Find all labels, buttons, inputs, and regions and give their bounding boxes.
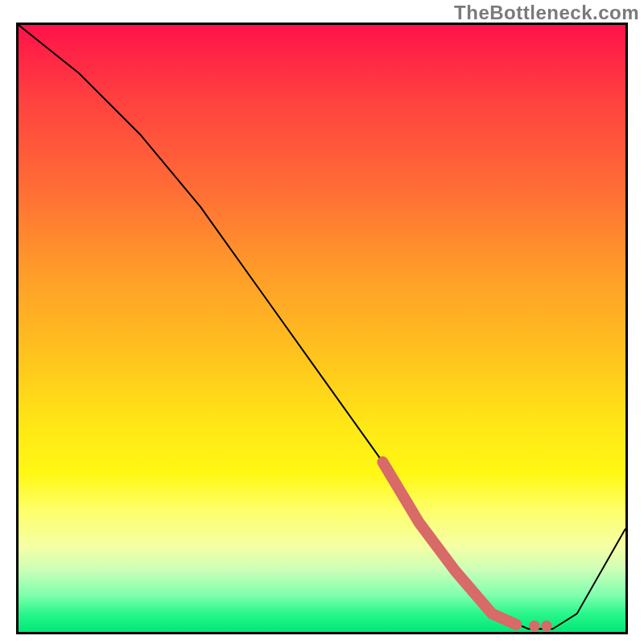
main-curve (19, 25, 625, 629)
svg-point-0 (510, 619, 522, 630)
chart-container: TheBottleneck.com (0, 0, 644, 644)
plot-svg (19, 25, 625, 632)
plot-frame (16, 23, 628, 634)
svg-point-1 (529, 621, 540, 632)
highlight-dots (510, 619, 551, 631)
highlight-solid (382, 462, 516, 625)
watermark-text: TheBottleneck.com (454, 2, 639, 24)
svg-point-2 (541, 621, 552, 632)
